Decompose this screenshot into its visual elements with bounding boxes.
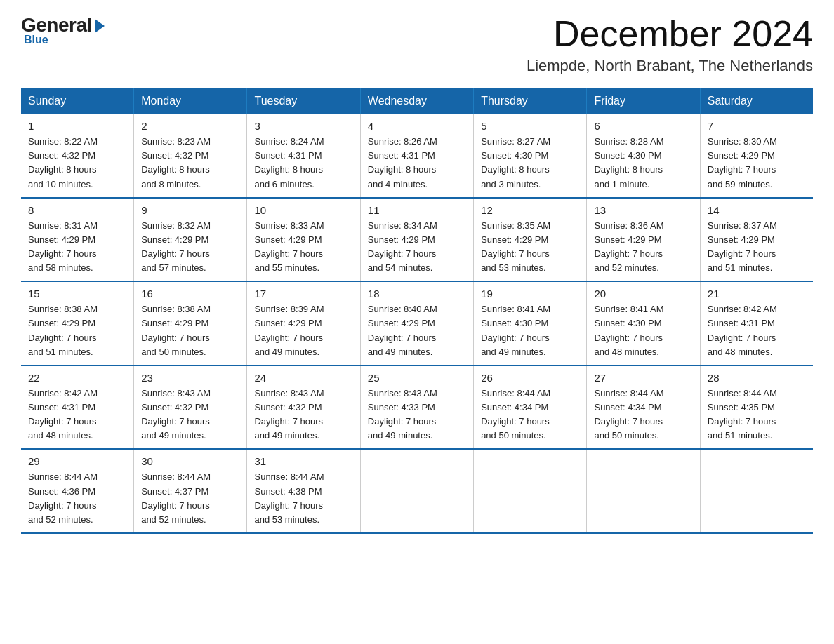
day-number: 28 [708,372,806,384]
calendar-cell: 6Sunrise: 8:28 AMSunset: 4:30 PMDaylight… [587,114,700,198]
calendar-cell: 30Sunrise: 8:44 AMSunset: 4:37 PMDayligh… [134,449,247,533]
calendar-cell [360,449,473,533]
day-info: Sunrise: 8:43 AMSunset: 4:32 PMDaylight:… [254,387,352,443]
day-number: 30 [141,455,239,467]
weekday-header-tuesday: Tuesday [247,88,360,114]
day-info: Sunrise: 8:36 AMSunset: 4:29 PMDaylight:… [594,219,692,276]
day-info: Sunrise: 8:43 AMSunset: 4:32 PMDaylight:… [141,387,239,443]
calendar-cell: 1Sunrise: 8:22 AMSunset: 4:32 PMDaylight… [21,114,134,198]
day-info: Sunrise: 8:40 AMSunset: 4:29 PMDaylight:… [368,302,466,359]
calendar-cell: 25Sunrise: 8:43 AMSunset: 4:33 PMDayligh… [360,365,473,450]
calendar-cell: 18Sunrise: 8:40 AMSunset: 4:29 PMDayligh… [360,281,473,365]
day-info: Sunrise: 8:24 AMSunset: 4:31 PMDaylight:… [254,135,352,192]
day-number: 4 [368,120,466,132]
logo-blue-text: Blue [24,34,48,46]
calendar-cell: 10Sunrise: 8:33 AMSunset: 4:29 PMDayligh… [247,198,360,282]
calendar-cell: 22Sunrise: 8:42 AMSunset: 4:31 PMDayligh… [21,365,134,450]
day-info: Sunrise: 8:27 AMSunset: 4:30 PMDaylight:… [481,135,579,192]
calendar-week-row: 1Sunrise: 8:22 AMSunset: 4:32 PMDaylight… [21,114,813,198]
calendar-cell: 12Sunrise: 8:35 AMSunset: 4:29 PMDayligh… [474,198,587,282]
day-number: 14 [708,204,806,216]
calendar-cell: 17Sunrise: 8:39 AMSunset: 4:29 PMDayligh… [247,281,360,365]
day-info: Sunrise: 8:39 AMSunset: 4:29 PMDaylight:… [254,302,352,359]
calendar-week-row: 22Sunrise: 8:42 AMSunset: 4:31 PMDayligh… [21,365,813,450]
day-number: 26 [481,372,579,384]
weekday-header-thursday: Thursday [474,88,587,114]
day-number: 2 [141,120,239,132]
day-info: Sunrise: 8:42 AMSunset: 4:31 PMDaylight:… [28,387,126,443]
calendar-cell [700,449,813,533]
day-number: 22 [28,372,126,384]
weekday-header-sunday: Sunday [21,88,134,114]
day-number: 13 [594,204,692,216]
calendar-cell: 29Sunrise: 8:44 AMSunset: 4:36 PMDayligh… [21,449,134,533]
day-number: 15 [28,288,126,300]
day-number: 31 [254,455,352,467]
day-info: Sunrise: 8:28 AMSunset: 4:30 PMDaylight:… [594,135,692,192]
calendar-week-row: 15Sunrise: 8:38 AMSunset: 4:29 PMDayligh… [21,281,813,365]
calendar-cell: 9Sunrise: 8:32 AMSunset: 4:29 PMDaylight… [134,198,247,282]
day-info: Sunrise: 8:30 AMSunset: 4:29 PMDaylight:… [708,135,806,192]
weekday-header-saturday: Saturday [700,88,813,114]
day-info: Sunrise: 8:38 AMSunset: 4:29 PMDaylight:… [28,302,126,359]
calendar-cell [474,449,587,533]
day-info: Sunrise: 8:34 AMSunset: 4:29 PMDaylight:… [368,219,466,276]
day-number: 16 [141,288,239,300]
day-number: 19 [481,288,579,300]
calendar-cell: 5Sunrise: 8:27 AMSunset: 4:30 PMDaylight… [474,114,587,198]
day-info: Sunrise: 8:44 AMSunset: 4:34 PMDaylight:… [481,387,579,443]
subtitle: Liempde, North Brabant, The Netherlands [527,57,813,75]
calendar-cell: 24Sunrise: 8:43 AMSunset: 4:32 PMDayligh… [247,365,360,450]
day-number: 6 [594,120,692,132]
calendar-week-row: 29Sunrise: 8:44 AMSunset: 4:36 PMDayligh… [21,449,813,533]
day-info: Sunrise: 8:37 AMSunset: 4:29 PMDaylight:… [708,219,806,276]
day-number: 7 [708,120,806,132]
day-number: 9 [141,204,239,216]
day-number: 18 [368,288,466,300]
logo: General Blue [21,14,105,46]
calendar-cell: 14Sunrise: 8:37 AMSunset: 4:29 PMDayligh… [700,198,813,282]
calendar-cell: 8Sunrise: 8:31 AMSunset: 4:29 PMDaylight… [21,198,134,282]
day-number: 25 [368,372,466,384]
day-number: 21 [708,288,806,300]
logo-arrow-icon [95,19,105,33]
calendar-cell [587,449,700,533]
day-number: 10 [254,204,352,216]
day-info: Sunrise: 8:41 AMSunset: 4:30 PMDaylight:… [594,302,692,359]
calendar-cell: 11Sunrise: 8:34 AMSunset: 4:29 PMDayligh… [360,198,473,282]
calendar-cell: 20Sunrise: 8:41 AMSunset: 4:30 PMDayligh… [587,281,700,365]
calendar-cell: 26Sunrise: 8:44 AMSunset: 4:34 PMDayligh… [474,365,587,450]
calendar-cell: 19Sunrise: 8:41 AMSunset: 4:30 PMDayligh… [474,281,587,365]
day-info: Sunrise: 8:43 AMSunset: 4:33 PMDaylight:… [368,387,466,443]
calendar-cell: 13Sunrise: 8:36 AMSunset: 4:29 PMDayligh… [587,198,700,282]
day-number: 8 [28,204,126,216]
calendar-cell: 21Sunrise: 8:42 AMSunset: 4:31 PMDayligh… [700,281,813,365]
weekday-header-monday: Monday [134,88,247,114]
day-info: Sunrise: 8:41 AMSunset: 4:30 PMDaylight:… [481,302,579,359]
day-info: Sunrise: 8:44 AMSunset: 4:38 PMDaylight:… [254,470,352,527]
day-info: Sunrise: 8:26 AMSunset: 4:31 PMDaylight:… [368,135,466,192]
page-header: General Blue December 2024 Liempde, Nort… [21,14,813,75]
day-info: Sunrise: 8:35 AMSunset: 4:29 PMDaylight:… [481,219,579,276]
calendar-cell: 27Sunrise: 8:44 AMSunset: 4:34 PMDayligh… [587,365,700,450]
calendar-cell: 16Sunrise: 8:38 AMSunset: 4:29 PMDayligh… [134,281,247,365]
day-number: 12 [481,204,579,216]
calendar-week-row: 8Sunrise: 8:31 AMSunset: 4:29 PMDaylight… [21,198,813,282]
day-number: 29 [28,455,126,467]
day-number: 24 [254,372,352,384]
page-title: December 2024 [527,14,813,54]
calendar-cell: 4Sunrise: 8:26 AMSunset: 4:31 PMDaylight… [360,114,473,198]
day-number: 17 [254,288,352,300]
calendar-cell: 15Sunrise: 8:38 AMSunset: 4:29 PMDayligh… [21,281,134,365]
day-number: 27 [594,372,692,384]
day-info: Sunrise: 8:44 AMSunset: 4:36 PMDaylight:… [28,470,126,527]
day-number: 20 [594,288,692,300]
day-info: Sunrise: 8:31 AMSunset: 4:29 PMDaylight:… [28,219,126,276]
weekday-header-wednesday: Wednesday [360,88,473,114]
calendar-cell: 7Sunrise: 8:30 AMSunset: 4:29 PMDaylight… [700,114,813,198]
day-number: 5 [481,120,579,132]
day-info: Sunrise: 8:38 AMSunset: 4:29 PMDaylight:… [141,302,239,359]
calendar-cell: 2Sunrise: 8:23 AMSunset: 4:32 PMDaylight… [134,114,247,198]
day-info: Sunrise: 8:44 AMSunset: 4:37 PMDaylight:… [141,470,239,527]
calendar-cell: 3Sunrise: 8:24 AMSunset: 4:31 PMDaylight… [247,114,360,198]
